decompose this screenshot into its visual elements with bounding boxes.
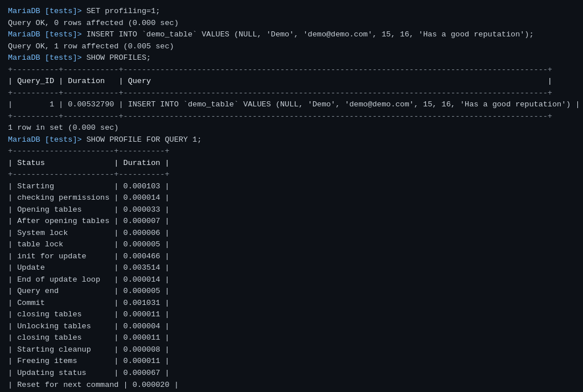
terminal-line: | Starting | 0.000103 |	[8, 181, 575, 193]
terminal-line: +----------+------------+---------------…	[8, 64, 575, 76]
terminal-line: | Unlocking tables | 0.000004 |	[8, 321, 575, 333]
terminal-line: 1 row in set (0.000 sec)	[8, 122, 575, 134]
terminal-line: MariaDB [tests]> SET profiling=1;	[8, 6, 575, 18]
terminal-line: | 1 | 0.00532790 | INSERT INTO `demo_tab…	[8, 99, 575, 111]
terminal-line: | closing tables | 0.000011 |	[8, 332, 575, 344]
terminal-line: +----------+------------+---------------…	[8, 111, 575, 123]
terminal-line: | Commit | 0.001031 |	[8, 298, 575, 310]
terminal-line: | Update | 0.003514 |	[8, 262, 575, 274]
terminal-line: | Starting cleanup | 0.000008 |	[8, 344, 575, 356]
terminal-line: MariaDB [tests]> SHOW PROFILES;	[8, 52, 575, 64]
terminal-line: Query OK, 0 rows affected (0.000 sec)	[8, 18, 575, 30]
terminal-line: | System lock | 0.000006 |	[8, 228, 575, 240]
terminal-line: | Freeing items | 0.000011 |	[8, 356, 575, 368]
terminal-line: | Updating status | 0.000067 |	[8, 368, 575, 379]
terminal-line: MariaDB [tests]> INSERT INTO `demo_table…	[8, 29, 575, 41]
terminal-line: +----------------------+----------+	[8, 169, 575, 181]
terminal-line: | table lock | 0.000005 |	[8, 239, 575, 251]
terminal-line: | After opening tables | 0.000007 |	[8, 216, 575, 228]
terminal-line: MariaDB [tests]> SHOW PROFILE FOR QUERY …	[8, 134, 575, 146]
terminal-window: MariaDB [tests]> SET profiling=1;Query O…	[0, 0, 583, 392]
terminal-line: | Query end | 0.000005 |	[8, 286, 575, 298]
terminal-line: | Query_ID | Duration | Query |	[8, 76, 575, 88]
terminal-line: Query OK, 1 row affected (0.005 sec)	[8, 41, 575, 53]
terminal-line: | Reset for next command | 0.000020 |	[8, 379, 575, 391]
terminal-line: +----------+------------+---------------…	[8, 88, 575, 100]
terminal-line: | End of update loop | 0.000014 |	[8, 274, 575, 286]
terminal-line: | init for update | 0.000466 |	[8, 251, 575, 263]
terminal-line: +----------------------+----------+	[8, 146, 575, 158]
terminal-line: | checking permissions | 0.000014 |	[8, 192, 575, 204]
terminal-line: | Opening tables | 0.000033 |	[8, 204, 575, 216]
terminal-line: | Status | Duration |	[8, 158, 575, 170]
terminal-line: | closing tables | 0.000011 |	[8, 309, 575, 321]
